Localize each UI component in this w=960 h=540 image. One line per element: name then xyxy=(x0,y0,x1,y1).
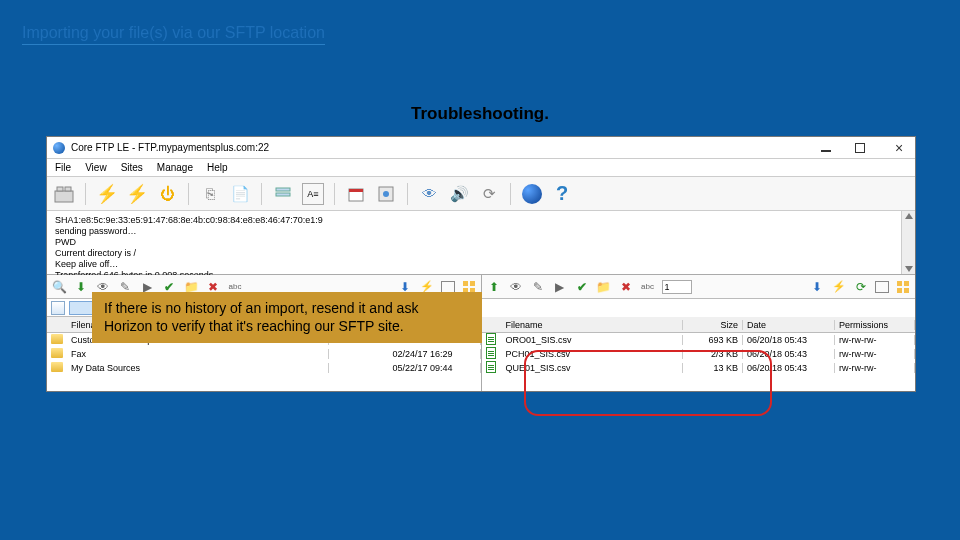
svg-rect-1 xyxy=(57,187,63,191)
list-item[interactable]: ORO01_SIS.csv 693 KB 06/20/18 05:43 rw-r… xyxy=(482,333,916,347)
menu-view[interactable]: View xyxy=(85,162,107,173)
svg-rect-10 xyxy=(470,281,475,286)
home-icon[interactable] xyxy=(521,183,543,205)
view-icon[interactable]: 👁 xyxy=(418,183,440,205)
edit-icon[interactable]: ✎ xyxy=(530,279,546,295)
check-icon[interactable]: ✔ xyxy=(574,279,590,295)
copy-icon[interactable]: ⎘ xyxy=(199,183,221,205)
folder-icon xyxy=(51,348,63,358)
delete-icon[interactable]: ✖ xyxy=(618,279,634,295)
log-line: Keep alive off… xyxy=(55,259,907,270)
svg-rect-13 xyxy=(897,281,902,286)
quick-connect-icon[interactable]: ⚡ xyxy=(96,183,118,205)
svg-rect-4 xyxy=(276,193,290,196)
slide-subtitle: Troubleshooting. xyxy=(0,104,960,124)
window-title: Core FTP LE - FTP.mypaymentsplus.com:22 xyxy=(71,142,821,153)
col-date[interactable]: Date xyxy=(743,320,835,330)
log-line: PWD xyxy=(55,237,907,248)
text-view-icon[interactable]: A≡ xyxy=(302,183,324,205)
view-file-icon[interactable]: 👁 xyxy=(508,279,524,295)
csv-file-icon xyxy=(486,333,496,345)
play-icon[interactable]: ▶ xyxy=(552,279,568,295)
list-item[interactable]: Fax 02/24/17 16:29 xyxy=(47,347,481,361)
site-manager-icon[interactable] xyxy=(53,183,75,205)
titlebar: Core FTP LE - FTP.mypaymentsplus.com:22 … xyxy=(47,137,915,159)
log-panel: SHA1:e8:5c:9e:33:e5:91:47:68:8e:4b:c0:98… xyxy=(47,211,915,275)
new-folder-icon[interactable]: 📁 xyxy=(596,279,612,295)
sound-icon[interactable]: 🔊 xyxy=(448,183,470,205)
disconnect-icon[interactable]: ⏻ xyxy=(156,183,178,205)
reconnect-icon[interactable]: ⚡ xyxy=(126,183,148,205)
minimize-button[interactable] xyxy=(821,144,841,152)
menubar: File View Sites Manage Help xyxy=(47,159,915,177)
options-icon[interactable] xyxy=(375,183,397,205)
svg-rect-16 xyxy=(904,288,909,293)
mode-icon[interactable] xyxy=(875,281,889,293)
help-icon[interactable]: ? xyxy=(551,183,573,205)
csv-file-icon xyxy=(486,361,496,373)
log-line: sending password… xyxy=(55,226,907,237)
transfer-down-icon[interactable]: ⬇ xyxy=(809,279,825,295)
close-button[interactable]: × xyxy=(889,143,909,153)
main-toolbar: ⚡ ⚡ ⏻ ⎘ 📄 A≡ 👁 🔊 ⟳ ? xyxy=(47,177,915,211)
maximize-button[interactable] xyxy=(855,143,875,153)
log-line: Current directory is / xyxy=(55,248,907,259)
log-line: SHA1:e8:5c:9e:33:e5:91:47:68:8e:4b:c0:98… xyxy=(55,215,907,226)
menu-help[interactable]: Help xyxy=(207,162,228,173)
svg-rect-0 xyxy=(55,191,73,202)
col-permissions[interactable]: Permissions xyxy=(835,320,915,330)
svg-rect-14 xyxy=(904,281,909,286)
ftp-app-window: Core FTP LE - FTP.mypaymentsplus.com:22 … xyxy=(46,136,916,392)
upload-icon[interactable]: ⬆ xyxy=(486,279,502,295)
spin-input[interactable] xyxy=(662,280,692,294)
download-icon[interactable]: ⬇ xyxy=(73,279,89,295)
svg-point-8 xyxy=(383,191,389,197)
csv-file-icon xyxy=(486,347,496,359)
svg-rect-6 xyxy=(349,189,363,192)
menu-manage[interactable]: Manage xyxy=(157,162,193,173)
slide-title: Importing your file(s) via our SFTP loca… xyxy=(22,24,325,45)
bolt-icon[interactable]: ⚡ xyxy=(831,279,847,295)
search-icon[interactable]: 🔍 xyxy=(51,279,67,295)
folder-icon xyxy=(51,334,63,344)
svg-rect-3 xyxy=(276,188,290,191)
remote-pane: ⬆ 👁 ✎ ▶ ✔ 📁 ✖ abc ⬇ ⚡ ⟳ xyxy=(482,275,916,391)
tree-icon[interactable] xyxy=(895,279,911,295)
svg-rect-2 xyxy=(65,187,71,191)
drive-icon[interactable] xyxy=(51,301,65,315)
menu-file[interactable]: File xyxy=(55,162,71,173)
svg-rect-15 xyxy=(897,288,902,293)
folder-icon xyxy=(51,362,63,372)
menu-sites[interactable]: Sites xyxy=(121,162,143,173)
settings-icon[interactable] xyxy=(272,183,294,205)
remote-grid-header: Filename Size Date Permissions xyxy=(482,317,916,333)
paste-icon[interactable]: 📄 xyxy=(229,183,251,205)
list-item[interactable]: QUE01_SIS.csv 13 KB 06/20/18 05:43 rw-rw… xyxy=(482,361,916,375)
svg-rect-9 xyxy=(463,281,468,286)
col-size[interactable]: Size xyxy=(683,320,743,330)
app-icon xyxy=(53,142,65,154)
schedule-icon[interactable] xyxy=(345,183,367,205)
col-filename[interactable]: Filename xyxy=(502,320,684,330)
list-item[interactable]: PCH01_SIS.csv 2/3 KB 06/20/18 05:43 rw-r… xyxy=(482,347,916,361)
remote-grid-body: ORO01_SIS.csv 693 KB 06/20/18 05:43 rw-r… xyxy=(482,333,916,391)
abc-icon[interactable]: abc xyxy=(640,279,656,295)
remote-toolbar: ⬆ 👁 ✎ ▶ ✔ 📁 ✖ abc ⬇ ⚡ ⟳ xyxy=(482,275,916,299)
refresh-small-icon[interactable]: ⟳ xyxy=(853,279,869,295)
callout-box: If there is no history of an import, res… xyxy=(92,292,482,343)
list-item[interactable]: My Data Sources 05/22/17 09:44 xyxy=(47,361,481,375)
mode-icon[interactable] xyxy=(441,281,455,293)
log-scrollbar[interactable] xyxy=(901,211,915,274)
refresh-icon[interactable]: ⟳ xyxy=(478,183,500,205)
